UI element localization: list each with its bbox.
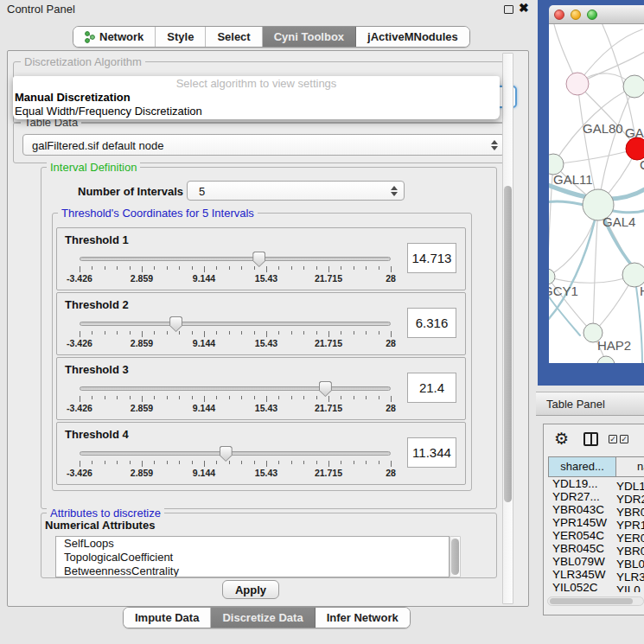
table-horizontal-scrollbar[interactable]: [547, 596, 644, 606]
threshold-value-field[interactable]: 21.4: [407, 373, 456, 403]
cell-shared-name[interactable]: YLR345W: [548, 568, 613, 581]
node-label-h: H: [640, 284, 644, 298]
table-hscrollbar-thumb[interactable]: [550, 598, 633, 604]
network-edge[interactable]: [549, 275, 634, 283]
table-data-value: galFiltered.sif default node: [32, 138, 163, 151]
checkbox-icon[interactable]: ✓: [609, 435, 617, 443]
threshold-value-field[interactable]: 6.316: [407, 308, 456, 338]
slider-ticks: [80, 461, 391, 468]
checkbox-icon[interactable]: ✓: [620, 435, 628, 443]
threshold-value-field[interactable]: 14.713: [407, 243, 456, 273]
cell-shared-name[interactable]: YIL052C: [548, 581, 613, 592]
split-columns-icon[interactable]: [583, 432, 598, 446]
number-of-intervals-value: 5: [199, 184, 205, 197]
gear-icon[interactable]: ⚙: [554, 429, 569, 449]
slider-track[interactable]: [80, 386, 391, 391]
zoom-traffic-light-icon[interactable]: [587, 10, 597, 20]
numerical-attributes-list[interactable]: SelfLoopsTopologicalCoefficientBetweenne…: [55, 536, 450, 577]
table-row[interactable]: YBL079WYBL0: [548, 555, 644, 568]
algorithm-hint-option[interactable]: Select algorithm to view settings: [13, 77, 500, 90]
table-row[interactable]: YDL19...YDL1: [548, 477, 644, 490]
table-row[interactable]: YLR345WYLR3: [548, 568, 644, 581]
content-scrollbar[interactable]: [502, 53, 513, 604]
attributes-group-title: Attributes to discretize: [47, 507, 164, 520]
slider-track[interactable]: [80, 322, 391, 326]
close-icon[interactable]: ✖: [519, 1, 529, 15]
cell-shared-name[interactable]: YDR27...: [548, 490, 613, 503]
apply-button[interactable]: Apply: [222, 580, 279, 599]
network-canvas[interactable]: GAL80GACGAL11GAL4GCY1HHAP2: [549, 24, 644, 363]
cyni-mode-tab-bar: Impute DataDiscretize DataInfer Network: [123, 607, 411, 628]
cell-shared-name[interactable]: YPR145W: [548, 516, 613, 529]
table-row[interactable]: YDR27...YDR2: [548, 490, 644, 503]
attribute-list-item[interactable]: TopologicalCoefficient: [56, 551, 449, 564]
node-gal80[interactable]: [566, 73, 589, 95]
table-row[interactable]: YBR043CYBR0: [548, 503, 644, 516]
table-data-combobox[interactable]: galFiltered.sif default node: [22, 134, 505, 156]
table-rows: YDL19...YDL1YDR27...YDR2YBR043CYBR0YPR14…: [548, 477, 644, 592]
toolbox-tab-bar: NetworkStyleSelectCyni ToolboxjActiveMNo…: [73, 26, 470, 48]
close-traffic-light-icon[interactable]: [554, 10, 564, 20]
node-label-gal80: GAL80: [583, 121, 623, 136]
node-bottom-partial[interactable]: [597, 356, 615, 363]
cell-shared-name[interactable]: YBR043C: [548, 503, 613, 516]
tab-style[interactable]: Style: [156, 27, 206, 47]
panel-title: Control Panel: [7, 3, 75, 16]
node-gcy1[interactable]: [549, 269, 555, 284]
cell-shared-name[interactable]: YER054C: [548, 529, 613, 542]
number-of-intervals-combobox[interactable]: 5: [187, 181, 405, 201]
control-panel: Control Panel ✖ NetworkStyleSelectCyni T…: [0, 0, 536, 644]
tab-cyni-toolbox[interactable]: Cyni Toolbox: [263, 27, 356, 47]
algorithm-option-manual[interactable]: Manual Discretization: [15, 91, 131, 104]
slider-ticks: [80, 396, 391, 403]
node-top-right[interactable]: [623, 75, 644, 98]
thresholds-group: Threshold's Coordinates for 5 Intervals …: [52, 213, 472, 491]
control-panel-titlebar: Control Panel ✖: [0, 0, 536, 19]
network-window-titlebar[interactable]: [549, 5, 644, 24]
table-row[interactable]: YIL052CYIL0: [548, 581, 644, 592]
table-row[interactable]: YPR145WYPR1: [548, 516, 644, 529]
network-icon: [85, 31, 95, 43]
threshold-label: Threshold 2: [65, 298, 129, 311]
threshold-panel-4: Threshold 4-3.4262.8599.14415.4321.71528…: [56, 422, 466, 485]
attributes-list-scrollbar[interactable]: [450, 536, 461, 577]
slider-track[interactable]: [80, 451, 391, 456]
cell-shared-name[interactable]: YBL079W: [548, 555, 613, 568]
slider-thumb[interactable]: [220, 446, 233, 462]
tab-impute-data[interactable]: Impute Data: [124, 608, 211, 628]
network-edge[interactable]: [553, 149, 637, 164]
cell-name[interactable]: YIL0: [613, 583, 641, 592]
combobox-stepper-icon: [391, 186, 398, 196]
slider-ticks: [80, 266, 391, 273]
network-window-frame[interactable]: GAL80GACGAL11GAL4GCY1HHAP2: [538, 0, 644, 386]
slider-thumb[interactable]: [169, 316, 182, 332]
table-panel-titlebar: Table Panel: [536, 392, 644, 416]
slider-thumb[interactable]: [252, 252, 265, 267]
column-header-shared-name[interactable]: shared...: [548, 456, 616, 477]
attribute-list-item[interactable]: SelfLoops: [56, 537, 449, 551]
content-scrollbar-thumb[interactable]: [504, 186, 512, 502]
slider-tick-labels: -3.4262.8599.14415.4321.71528: [80, 338, 391, 350]
threshold-value-field[interactable]: 11.344: [407, 437, 456, 468]
threshold-panel-3: Threshold 3-3.4262.8599.14415.4321.71528…: [56, 357, 466, 420]
attributes-scrollbar-thumb[interactable]: [451, 539, 459, 575]
column-header-name[interactable]: na: [615, 456, 644, 477]
tab-jactivemnodules[interactable]: jActiveMNodules: [356, 27, 469, 47]
float-window-icon[interactable]: [504, 5, 513, 14]
attributes-group: Attributes to discretize Numerical Attri…: [41, 513, 497, 578]
node-label-gal4: GAL4: [603, 214, 635, 229]
slider-track[interactable]: [80, 257, 391, 261]
tab-discretize-data[interactable]: Discretize Data: [211, 608, 315, 628]
minimize-traffic-light-icon[interactable]: [571, 10, 581, 20]
algorithm-option-equal-width[interactable]: Equal Width/Frequency Discretization: [15, 105, 202, 118]
tab-network[interactable]: Network: [73, 27, 156, 47]
attribute-list-item[interactable]: BetweennessCentrality: [56, 564, 449, 577]
slider-thumb[interactable]: [319, 381, 332, 397]
table-row[interactable]: YER054CYER0: [548, 529, 644, 542]
network-edge-thick[interactable]: [549, 205, 598, 322]
cell-shared-name[interactable]: YDL19...: [548, 477, 613, 490]
tab-infer-network[interactable]: Infer Network: [316, 608, 410, 628]
cell-shared-name[interactable]: YBR045C: [548, 542, 613, 555]
tab-select[interactable]: Select: [206, 27, 262, 47]
table-row[interactable]: YBR045CYBR0: [548, 542, 644, 555]
